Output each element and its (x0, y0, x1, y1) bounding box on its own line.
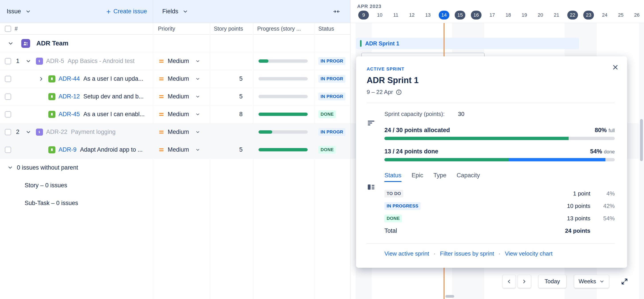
horizontal-scrollbar-thumb[interactable] (445, 295, 454, 298)
allocated-label: 24 / 30 points allocated (384, 127, 450, 134)
priority-label: Medium (168, 128, 189, 136)
sprint-title: ADR Sprint 1 (367, 76, 615, 85)
view-velocity-chart-link[interactable]: View velocity chart (505, 250, 552, 257)
row-checkbox[interactable] (5, 58, 11, 64)
priority-label: Medium (168, 58, 189, 64)
priority-dropdown[interactable]: Medium (158, 58, 210, 64)
priority-medium-icon (158, 111, 165, 118)
timeline-date: 17 (484, 11, 500, 20)
today-button[interactable]: Today (538, 275, 566, 288)
status-badge[interactable]: DONE (318, 146, 336, 154)
priority-dropdown[interactable]: Medium (158, 75, 210, 82)
issue-summary[interactable]: Setup dev and and b... (83, 93, 144, 100)
timeline-date: 18 (500, 11, 516, 20)
story-points-cell[interactable]: 5 (210, 88, 253, 105)
total-points: 24 points (565, 228, 590, 234)
zoom-level-dropdown[interactable]: Weeks (574, 275, 609, 288)
issue-summary[interactable]: As a user I can enabl... (83, 111, 144, 118)
close-icon[interactable]: × (612, 62, 618, 72)
info-icon[interactable] (396, 89, 402, 95)
chevron-down-icon[interactable] (24, 129, 32, 135)
priority-dropdown[interactable]: Medium (158, 93, 210, 100)
issue-summary[interactable]: Adapt Android app to ... (80, 146, 142, 153)
issue-key[interactable]: ADR-12 (58, 93, 80, 100)
tab-capacity[interactable]: Capacity (457, 172, 480, 182)
timeline-month-label: APR 2023 (357, 4, 382, 9)
priority-label: Medium (168, 93, 189, 100)
create-issue-button[interactable]: + Create issue (106, 8, 147, 15)
chevron-down-icon[interactable] (7, 40, 15, 46)
issue-dropdown[interactable]: Issue (7, 8, 32, 15)
status-breakdown-row: DONE 13 points 54% (384, 212, 615, 224)
priority-label: Medium (168, 146, 189, 153)
view-active-sprint-link[interactable]: View active sprint (384, 250, 429, 257)
status-breakdown-row: IN PROGRESS 10 points 42% (384, 200, 615, 212)
column-header-story-points: Story points (210, 23, 253, 34)
issue-row-adr-44[interactable]: ADR-44 As a user I can upda... Medium 5 … (0, 70, 350, 88)
epic-icon (36, 58, 43, 65)
fullscreen-button[interactable] (619, 276, 630, 287)
fields-dropdown[interactable]: Fields (162, 8, 189, 15)
issue-row-adr-5[interactable]: 1 ADR-5 App Basics - Android test Medium… (0, 52, 350, 70)
chevron-down-icon[interactable] (24, 58, 32, 64)
row-checkbox[interactable] (5, 147, 11, 153)
tab-epic[interactable]: Epic (412, 172, 424, 182)
issue-row-adr-9[interactable]: ADR-9 Adapt Android app to ... Medium 5 … (0, 141, 350, 159)
chevron-down-icon (194, 94, 202, 99)
issue-summary[interactable]: Payment logging (71, 128, 116, 136)
story-points-cell[interactable]: 5 (210, 70, 253, 88)
issue-summary[interactable]: App Basics - Android test (68, 58, 134, 64)
issue-summary[interactable]: As a user I can upda... (83, 75, 143, 82)
issue-key[interactable]: ADR-45 (58, 111, 80, 118)
issue-key[interactable]: ADR-22 (46, 128, 68, 136)
issue-row-adr-12[interactable]: ADR-12 Setup dev and and b... Medium 5 I… (0, 88, 350, 106)
priority-dropdown[interactable]: Medium (158, 111, 210, 118)
progress-cell (253, 88, 314, 105)
team-group-row[interactable]: ADR Team (0, 34, 350, 52)
issue-row-adr-22[interactable]: 2 ADR-22 Payment logging Medium IN PROGR (0, 123, 350, 141)
scroll-left-button[interactable] (502, 275, 516, 288)
points-value: 10 points (567, 202, 590, 210)
status-badge[interactable]: IN PROGR (318, 128, 346, 136)
row-checkbox[interactable] (5, 129, 11, 135)
story-points-cell[interactable]: 5 (210, 141, 253, 158)
status-badge[interactable]: IN PROGR (318, 57, 346, 65)
select-all-checkbox[interactable] (5, 26, 11, 32)
priority-dropdown[interactable]: Medium (158, 128, 210, 136)
status-badge[interactable]: IN PROGR (318, 75, 346, 83)
story-points-cell[interactable] (210, 52, 253, 70)
vertical-scrollbar-thumb[interactable] (640, 119, 643, 161)
issues-without-parent-row[interactable]: 0 issues without parent (0, 159, 350, 176)
timeline-date: 13 (420, 11, 436, 20)
timeline-date: 20 (532, 11, 549, 20)
priority-medium-icon (158, 76, 165, 82)
scroll-right-button[interactable] (518, 275, 531, 288)
issue-key[interactable]: ADR-44 (58, 75, 80, 82)
status-badge[interactable]: DONE (318, 110, 336, 118)
timeline-date: 23 (580, 11, 597, 20)
timeline-date: 16 (468, 11, 484, 20)
row-checkbox[interactable] (5, 94, 11, 100)
chevron-down-icon[interactable] (6, 165, 14, 170)
tab-type[interactable]: Type (434, 172, 446, 182)
status-breakdown-row: TO DO 1 point 4% (384, 187, 615, 200)
status-breakdown-total-row: Total 24 points (384, 224, 615, 237)
subtask-count-label: Sub-Task – 0 issues (24, 200, 78, 206)
tab-status[interactable]: Status (384, 172, 402, 182)
issue-key[interactable]: ADR-9 (58, 146, 76, 153)
create-issue-label: Create issue (113, 8, 147, 15)
sprint-bar[interactable]: ADR Sprint 1 (356, 38, 579, 49)
issue-row-adr-45[interactable]: ADR-45 As a user I can enabl... Medium 8… (0, 106, 350, 123)
collapse-panel-button[interactable] (332, 8, 342, 15)
issue-key[interactable]: ADR-5 (46, 58, 64, 64)
story-points-cell[interactable]: 8 (210, 106, 253, 123)
chevron-down-icon (24, 9, 32, 14)
row-checkbox[interactable] (5, 76, 11, 82)
priority-dropdown[interactable]: Medium (158, 146, 210, 153)
chevron-right-icon[interactable] (37, 76, 45, 82)
story-points-cell[interactable] (210, 123, 253, 141)
row-checkbox[interactable] (5, 111, 11, 118)
filter-issues-by-sprint-link[interactable]: Filter issues by sprint (440, 250, 494, 257)
status-badge: DONE (384, 214, 402, 222)
status-badge[interactable]: IN PROGR (318, 93, 346, 100)
